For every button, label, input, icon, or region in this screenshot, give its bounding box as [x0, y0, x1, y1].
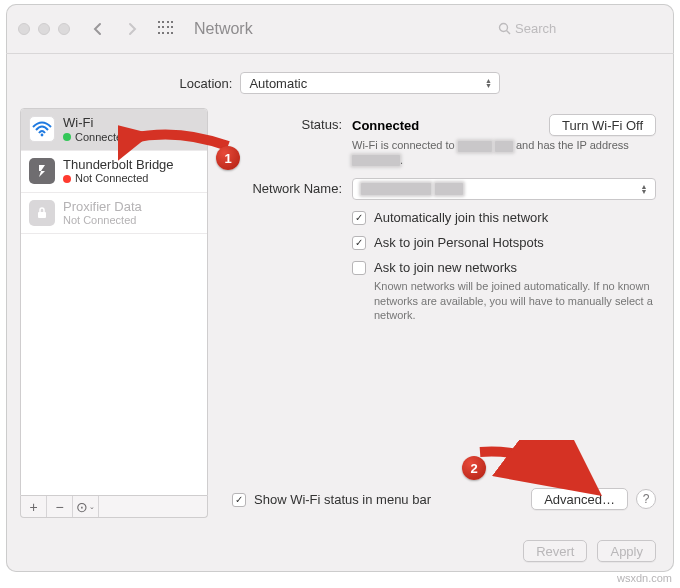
chevron-right-icon: [127, 22, 137, 36]
status-value: Connected: [352, 118, 419, 133]
search-placeholder: Search: [515, 21, 556, 36]
show-status-checkbox-row[interactable]: Show Wi-Fi status in menu bar: [232, 492, 431, 507]
sidebar: Wi-Fi Connected Thunderbolt Bridge: [20, 108, 208, 518]
help-button[interactable]: ?: [636, 489, 656, 509]
minimize-window-button[interactable]: [38, 23, 50, 35]
service-name: Wi-Fi: [63, 115, 128, 131]
location-row: Location: Automatic ▲▼: [6, 54, 674, 108]
service-status: Not Connected: [63, 214, 142, 227]
service-item-thunderbolt[interactable]: Thunderbolt Bridge Not Connected: [21, 151, 207, 193]
service-status: Connected: [63, 131, 128, 144]
add-service-button[interactable]: +: [21, 496, 47, 517]
service-list: Wi-Fi Connected Thunderbolt Bridge: [20, 108, 208, 496]
window-title: Network: [194, 20, 253, 38]
location-label: Location:: [180, 76, 233, 91]
status-dot-icon: [63, 133, 71, 141]
body: Wi-Fi Connected Thunderbolt Bridge: [6, 108, 674, 528]
checkbox-icon: [352, 236, 366, 250]
grid-icon: [158, 21, 174, 37]
location-select[interactable]: Automatic ▲▼: [240, 72, 500, 94]
window-footer: Revert Apply: [6, 530, 674, 572]
svg-point-0: [500, 24, 508, 32]
auto-join-label: Automatically join this network: [374, 210, 548, 225]
ask-hotspot-label: Ask to join Personal Hotspots: [374, 235, 544, 250]
titlebar: Network Search: [6, 4, 674, 54]
svg-point-2: [41, 134, 44, 137]
network-name-label: Network Name:: [222, 178, 342, 196]
auto-join-checkbox-row[interactable]: Automatically join this network: [352, 210, 656, 225]
service-item-proxifier[interactable]: Proxifier Data Not Connected: [21, 193, 207, 235]
svg-line-1: [507, 31, 511, 35]
chevron-left-icon: [93, 22, 103, 36]
wifi-icon: [29, 116, 55, 142]
search-icon: [498, 22, 511, 35]
location-value: Automatic: [249, 76, 307, 91]
turn-wifi-off-button[interactable]: Turn Wi-Fi Off: [549, 114, 656, 136]
zoom-window-button[interactable]: [58, 23, 70, 35]
updown-icon: ▲▼: [481, 76, 495, 90]
status-dot-icon: [63, 175, 71, 183]
show-all-button[interactable]: [154, 17, 178, 41]
close-window-button[interactable]: [18, 23, 30, 35]
detail-bottom-bar: Show Wi-Fi status in menu bar Advanced… …: [222, 484, 656, 518]
service-list-footer: + − ⊙⌄: [20, 496, 208, 518]
service-actions-button[interactable]: ⊙⌄: [73, 496, 99, 517]
thunderbolt-icon: [29, 158, 55, 184]
apply-button[interactable]: Apply: [597, 540, 656, 562]
checkbox-icon: [232, 493, 246, 507]
show-status-label: Show Wi-Fi status in menu bar: [254, 492, 431, 507]
svg-rect-3: [38, 212, 46, 218]
ask-hotspot-checkbox-row[interactable]: Ask to join Personal Hotspots: [352, 235, 656, 250]
remove-service-button[interactable]: −: [47, 496, 73, 517]
revert-button[interactable]: Revert: [523, 540, 587, 562]
updown-icon: ▲▼: [637, 182, 651, 196]
service-item-wifi[interactable]: Wi-Fi Connected: [21, 109, 207, 151]
service-status: Not Connected: [63, 172, 174, 185]
status-row: Status: Connected Turn Wi-Fi Off Wi-Fi i…: [222, 114, 656, 168]
ask-new-hint: Known networks will be joined automatica…: [374, 279, 656, 324]
ask-new-label: Ask to join new networks: [374, 260, 656, 275]
advanced-button[interactable]: Advanced…: [531, 488, 628, 510]
watermark: wsxdn.com: [617, 572, 672, 584]
service-name: Proxifier Data: [63, 199, 142, 215]
back-button[interactable]: [86, 17, 110, 41]
window-controls: [18, 23, 70, 35]
forward-button[interactable]: [120, 17, 144, 41]
search-field[interactable]: Search: [492, 17, 662, 41]
ask-new-checkbox-row[interactable]: Ask to join new networks Known networks …: [352, 260, 656, 324]
checkbox-icon: [352, 211, 366, 225]
checkbox-icon: [352, 261, 366, 275]
detail-pane: Status: Connected Turn Wi-Fi Off Wi-Fi i…: [218, 108, 660, 518]
service-name: Thunderbolt Bridge: [63, 157, 174, 173]
network-name-row: Network Name: ▲▼: [222, 178, 656, 200]
status-description: Wi-Fi is connected to and has the IP add…: [352, 138, 656, 168]
checkbox-group: Automatically join this network Ask to j…: [352, 210, 656, 324]
lock-icon: [29, 200, 55, 226]
status-label: Status:: [222, 114, 342, 132]
preferences-window: Network Search Location: Automatic ▲▼ Wi: [6, 4, 674, 572]
network-name-select[interactable]: ▲▼: [352, 178, 656, 200]
